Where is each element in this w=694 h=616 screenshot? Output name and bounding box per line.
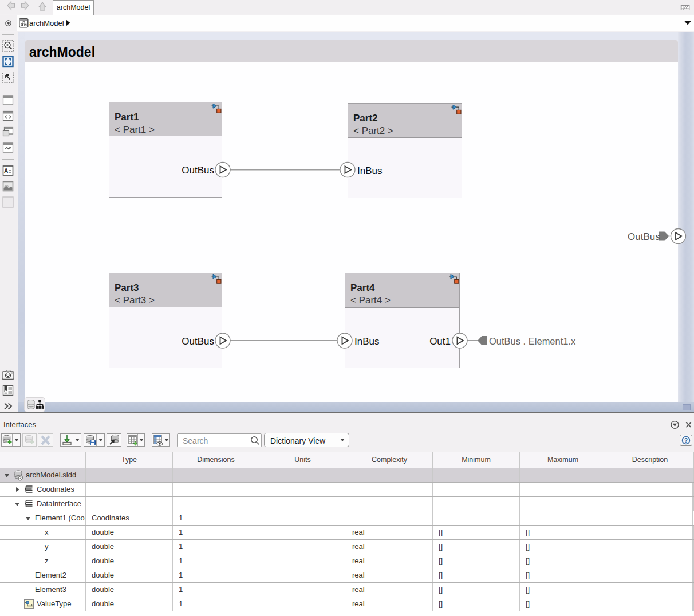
svg-text:?: ? — [684, 437, 688, 444]
svg-text:A: A — [4, 168, 8, 174]
